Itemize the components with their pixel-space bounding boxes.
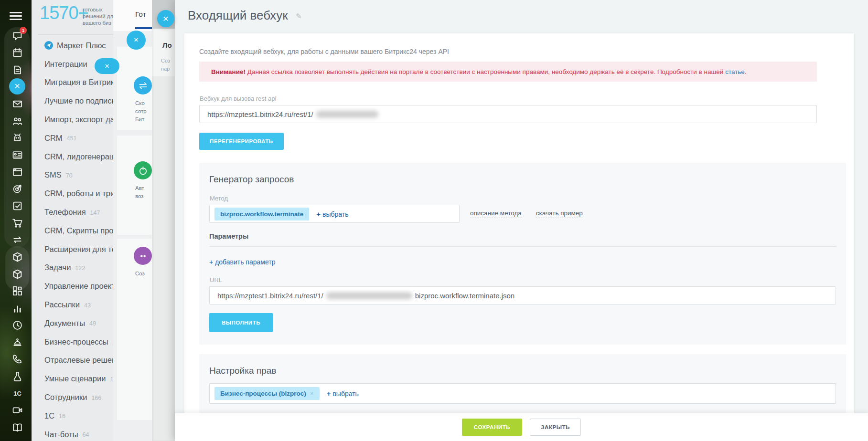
active-close-icon[interactable]: × — [9, 78, 25, 94]
menu-item[interactable]: CRM, лидогенерация — [32, 147, 113, 166]
menu-icon[interactable] — [10, 12, 22, 21]
close-market-panel-button[interactable]: × — [127, 31, 146, 50]
method-tag[interactable]: bizproc.workflow.terminate — [214, 208, 309, 220]
method-label: Метод — [210, 195, 836, 202]
dots-icon — [134, 247, 152, 265]
bot-icon[interactable] — [11, 132, 23, 144]
article-link[interactable]: статье — [725, 68, 745, 75]
dialog-behind-text: пар — [161, 66, 170, 72]
menu-item-count: 49 — [89, 319, 96, 327]
close-menu-button[interactable]: × — [95, 58, 119, 74]
permissions-section: Настройка прав Бизнес-процессы (bizproc)… — [199, 354, 846, 423]
market-cube-icon[interactable] — [11, 251, 23, 263]
method-description-link[interactable]: описание метода — [470, 210, 522, 218]
download-example-link[interactable]: скачать пример — [536, 210, 583, 218]
execute-button[interactable]: ВЫПОЛНИТЬ — [209, 313, 273, 332]
close-button[interactable]: ЗАКРЫТЬ — [530, 419, 581, 436]
menu-item[interactable]: Управление проекта — [32, 277, 113, 295]
close-panel-button[interactable]: × — [157, 10, 174, 27]
time-clock-icon[interactable] — [11, 319, 23, 331]
menu-item[interactable]: Документы49 — [32, 314, 113, 333]
menu-item[interactable]: Умные сценарии18 — [32, 369, 113, 388]
employees-icon[interactable] — [11, 115, 23, 127]
market-card[interactable]: Соз — [117, 239, 152, 420]
edit-title-icon[interactable]: ✎ — [296, 12, 302, 21]
menu-item-label: Миграция в Битрикс — [44, 78, 113, 87]
bitrix24-app: 1×1С 1570+ готовыхрешений длвашего биз М… — [0, 0, 868, 441]
marketing-target-icon[interactable] — [11, 183, 23, 195]
request-url-prefix: https://mzptest1.bitrix24.ru/rest/1/ — [217, 292, 323, 300]
shop-cart-icon[interactable] — [11, 217, 23, 229]
menu-item[interactable]: Бизнес-процессы14 — [32, 333, 113, 351]
menu-item[interactable]: Миграция в Битрикс — [32, 74, 113, 92]
parameters-divider — [209, 246, 836, 247]
video-camera-icon[interactable] — [11, 404, 23, 417]
menu-item[interactable]: CRM, роботы и триг — [32, 184, 113, 203]
menu-item-count: 166 — [91, 394, 101, 401]
menu-item-label: Сотрудники — [44, 393, 87, 402]
menu-item[interactable]: CRM, Скрипты прода — [32, 221, 113, 240]
hidden-token-blur — [316, 111, 378, 118]
market-card[interactable]: Автвоз — [117, 136, 152, 235]
request-url-input[interactable]: https://mzptest1.bitrix24.ru/rest/1/ biz… — [209, 286, 836, 304]
plus-icon: + — [327, 389, 331, 398]
market-tabs-row: Гот — [113, 0, 152, 31]
feed-document-icon[interactable] — [11, 63, 23, 76]
menu-item-count: 43 — [84, 301, 91, 309]
choose-method-label: выбрать — [322, 210, 349, 218]
calendar-icon[interactable] — [11, 47, 23, 59]
hidden-token-blur — [326, 292, 412, 299]
menu-item[interactable]: CRM451 — [32, 129, 113, 147]
footer-bar: СОХРАНИТЬ ЗАКРЫТЬ — [175, 413, 868, 441]
permissions-input[interactable]: Бизнес-процессы (bizproc)× +выбрать — [209, 383, 836, 404]
menu-item[interactable]: Лучшие по подписке — [32, 92, 113, 110]
menu-item-label: CRM, роботы и триг — [44, 189, 113, 198]
menu-item[interactable]: SMS70 — [32, 166, 113, 185]
menu-item[interactable]: Задачи122 — [32, 259, 113, 277]
mail-icon[interactable] — [11, 98, 23, 110]
market-plus-icon — [44, 41, 53, 50]
permission-tag[interactable]: Бизнес-процессы (bizproc)× — [214, 387, 320, 400]
market-card[interactable]: СкосотрБит — [117, 47, 152, 130]
onec-icon[interactable]: 1С — [11, 387, 23, 399]
tasks-check-icon[interactable] — [11, 200, 23, 212]
add-parameter-label: добавить параметр — [215, 258, 275, 267]
menu-item[interactable]: Маркет Плюс — [32, 36, 113, 55]
menu-item[interactable]: Рассылки43 — [32, 295, 113, 314]
add-parameter-link[interactable]: + добавить параметр — [209, 258, 275, 266]
menu-item[interactable]: 1С16 — [32, 407, 113, 425]
power-icon — [134, 161, 152, 179]
menu-item[interactable]: Расширения для тел — [32, 240, 113, 259]
choose-method-link[interactable]: +выбрать — [316, 210, 348, 218]
menu-item[interactable]: Чат-боты64 — [32, 425, 113, 441]
menu-item[interactable]: Телефония147 — [32, 203, 113, 221]
messenger-icon[interactable]: 1 — [11, 30, 23, 42]
menu-item-label: CRM, лидогенерация — [44, 152, 113, 161]
crm-scale-icon[interactable] — [11, 336, 23, 348]
solutions-caption: готовыхрешений длвашего биз — [83, 6, 113, 26]
remove-permission-icon[interactable]: × — [310, 390, 314, 397]
apps-grid-icon[interactable] — [11, 285, 23, 297]
menu-item-label: Управление проекта — [44, 282, 113, 291]
knowledge-book-icon[interactable] — [11, 421, 23, 433]
menu-item-count: 147 — [90, 209, 100, 216]
menu-item[interactable]: Отраслевые решени — [32, 351, 113, 370]
automation-flask-icon[interactable] — [11, 370, 23, 382]
sites-window-icon[interactable] — [11, 166, 23, 178]
choose-permission-link[interactable]: +выбрать — [327, 389, 359, 398]
request-generator-section: Генератор запросов Метод bizproc.workflo… — [199, 163, 846, 345]
menu-item[interactable]: Сотрудники166 — [32, 388, 113, 407]
method-input[interactable]: bizproc.workflow.terminate +выбрать — [209, 205, 460, 223]
save-button[interactable]: СОХРАНИТЬ — [462, 419, 522, 436]
market-apps-cube-icon[interactable] — [11, 268, 23, 280]
menu-item-label: Рассылки — [44, 300, 80, 309]
menu-item[interactable]: Импорт, экспорт дан — [32, 110, 113, 129]
bizproc-sync-icon[interactable] — [11, 234, 23, 246]
crm-contact-card-icon[interactable] — [11, 149, 23, 161]
webhook-url-input[interactable]: https://mzptest1.bitrix24.ru/rest/1/ — [199, 105, 817, 123]
regenerate-button[interactable]: ПЕРЕГЕНЕРИРОВАТЬ — [199, 133, 284, 150]
webhook-url-value: https://mzptest1.bitrix24.ru/rest/1/ — [207, 110, 313, 118]
tab-ready-solutions[interactable]: Гот — [135, 10, 146, 19]
analytics-chart-icon[interactable] — [11, 302, 23, 315]
telephony-phone-icon[interactable] — [11, 353, 23, 366]
